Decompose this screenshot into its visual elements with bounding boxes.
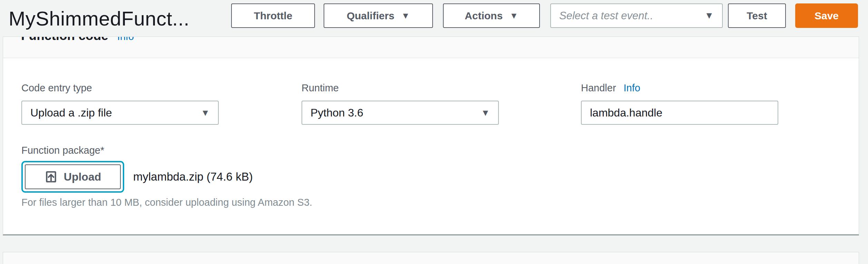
handler-input[interactable] — [581, 101, 778, 125]
upload-button-focus-ring: Upload — [21, 161, 124, 193]
throttle-button[interactable]: Throttle — [231, 3, 315, 28]
upload-button[interactable]: Upload — [25, 164, 121, 189]
actions-label: Actions — [465, 10, 503, 22]
chevron-down-icon: ▼ — [201, 108, 210, 117]
next-section-panel-edge — [3, 252, 859, 264]
function-package-section: Function package* Upload mylambda.zip — [21, 145, 859, 208]
uploaded-file-name: mylambda.zip (74.6 kB) — [133, 170, 253, 183]
lambda-console-screen: MyShimmedFunct... Throttle Qualifiers ▼ … — [0, 0, 868, 264]
chevron-down-icon: ▼ — [510, 11, 518, 20]
chevron-down-icon: ▼ — [401, 11, 410, 20]
function-code-panel-header: Function code Info — [3, 37, 859, 58]
runtime-label: Runtime — [302, 82, 499, 94]
test-button[interactable]: Test — [728, 3, 786, 28]
runtime-select[interactable]: Python 3.6 ▼ — [302, 101, 499, 125]
code-entry-type-value: Upload a .zip file — [30, 106, 201, 119]
handler-info-link[interactable]: Info — [624, 82, 640, 94]
function-code-info-link[interactable]: Info — [117, 37, 134, 42]
save-button[interactable]: Save — [795, 3, 858, 28]
runtime-field: Runtime Python 3.6 ▼ — [302, 82, 499, 125]
actions-dropdown-button[interactable]: Actions ▼ — [443, 3, 540, 28]
handler-label-row: Handler Info — [581, 82, 778, 94]
function-code-heading: Function code — [21, 37, 108, 43]
chevron-down-icon: ▼ — [481, 108, 490, 117]
function-header-bar: MyShimmedFunct... Throttle Qualifiers ▼ … — [0, 0, 868, 37]
chevron-down-icon: ▼ — [704, 11, 714, 20]
upload-button-label: Upload — [64, 171, 101, 183]
handler-label: Handler — [581, 82, 616, 94]
function-package-label: Function package* — [21, 145, 859, 156]
runtime-value: Python 3.6 — [310, 106, 481, 119]
function-code-panel-body: Code entry type Upload a .zip file ▼ Run… — [3, 58, 859, 208]
upload-icon — [45, 170, 58, 183]
upload-helper-text: For files larger than 10 MB, consider up… — [21, 197, 859, 208]
code-entry-type-select[interactable]: Upload a .zip file ▼ — [21, 101, 219, 125]
function-code-panel: Function code Info Code entry type Uploa… — [3, 37, 859, 235]
qualifiers-label: Qualifiers — [347, 10, 394, 22]
function-name-title: MyShimmedFunct... — [9, 0, 189, 37]
test-event-select[interactable]: Select a test event.. ▼ — [550, 3, 723, 28]
handler-field: Handler Info — [581, 82, 778, 125]
code-entry-type-label: Code entry type — [21, 82, 219, 94]
qualifiers-dropdown-button[interactable]: Qualifiers ▼ — [324, 3, 433, 28]
test-event-placeholder: Select a test event.. — [559, 10, 704, 22]
code-entry-type-field: Code entry type Upload a .zip file ▼ — [21, 82, 219, 125]
